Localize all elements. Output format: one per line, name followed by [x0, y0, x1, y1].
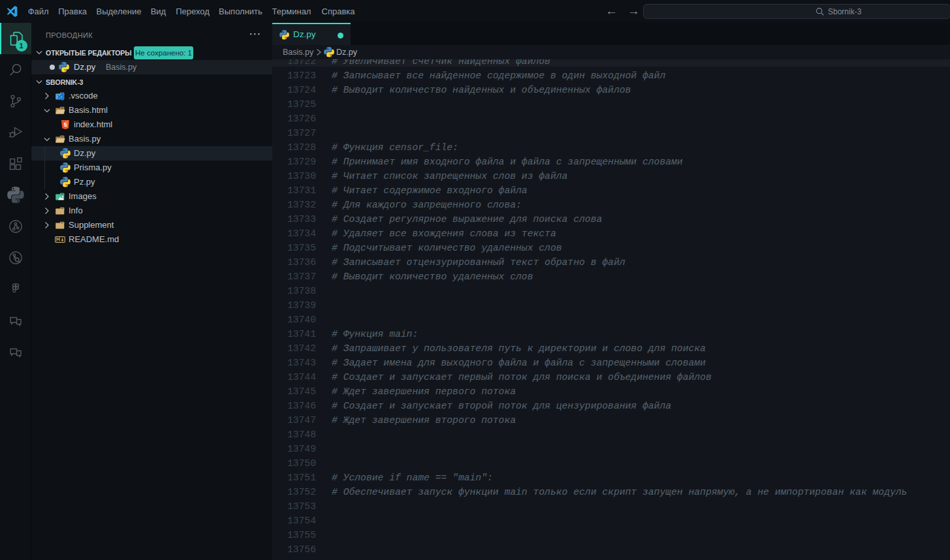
svg-text:5: 5	[63, 121, 67, 128]
